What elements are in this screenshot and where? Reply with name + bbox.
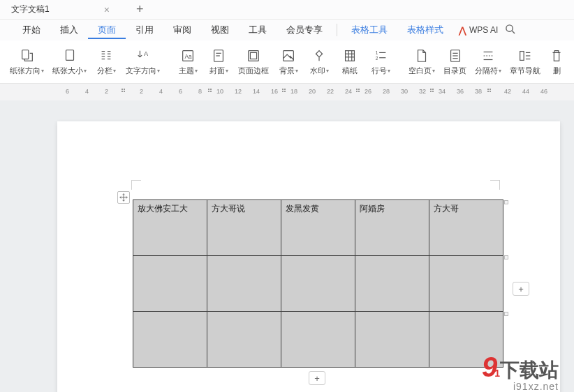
blank-page-icon <box>414 48 429 63</box>
draft-paper-icon <box>342 48 358 63</box>
document-canvas[interactable]: 放大佛安工大 方大哥说 发黑发黄 阿婚房 方大哥 <box>0 100 574 392</box>
draft-paper-button[interactable]: 稿纸 <box>336 47 364 77</box>
svg-line-1 <box>513 31 515 33</box>
ruler-marker-icon <box>356 89 362 94</box>
toolbar-group-design: Aa 主题▾ 封面▾ 页面边框 背景▾ 水印▾ 稿纸 12 行号▾ <box>170 47 399 77</box>
table-cell[interactable] <box>207 312 281 368</box>
table-row[interactable] <box>133 256 503 312</box>
svg-rect-19 <box>250 52 256 59</box>
table-resize-handle[interactable] <box>504 200 508 204</box>
wps-ai-icon: ⋀ <box>459 25 466 36</box>
table-cell[interactable] <box>281 312 355 368</box>
menu-member[interactable]: 会员专享 <box>277 21 332 39</box>
menu-start[interactable]: 开始 <box>13 21 50 39</box>
cover-button[interactable]: 封面▾ <box>205 47 233 77</box>
table-cell[interactable] <box>429 256 503 312</box>
add-row-button[interactable]: + <box>309 371 325 385</box>
text-direction-icon: A <box>135 48 151 63</box>
blank-page-button[interactable]: 空白页▾ <box>406 47 438 77</box>
document-tab[interactable]: 文字文稿1 × <box>3 1 118 18</box>
ruler-marker-icon <box>430 89 436 94</box>
svg-text:A: A <box>143 50 148 57</box>
text-direction-button[interactable]: A 文字方向▾ <box>123 47 163 77</box>
menu-insert[interactable]: 插入 <box>50 21 88 39</box>
tab-bar: 文字文稿1 × + <box>0 0 574 20</box>
background-icon <box>281 48 296 63</box>
table-cell[interactable] <box>133 256 207 312</box>
table-cell[interactable] <box>355 256 429 312</box>
table-resize-handle[interactable] <box>504 255 508 259</box>
menu-table-style[interactable]: 表格样式 <box>397 21 453 39</box>
cover-icon <box>211 48 226 63</box>
svg-text:1: 1 <box>376 50 378 55</box>
ruler[interactable]: 6 4 2 2 4 6 8 10 12 14 16 18 20 22 24 26… <box>57 86 574 98</box>
svg-rect-21 <box>346 50 355 61</box>
chapter-nav-button[interactable]: 章节导航 <box>507 47 543 77</box>
menu-reference[interactable]: 引用 <box>126 21 163 39</box>
add-column-button[interactable]: + <box>513 282 529 296</box>
table-cell[interactable]: 阿婚房 <box>355 200 429 256</box>
separator-icon <box>480 48 496 63</box>
toc-page-button[interactable]: 目录页 <box>441 47 469 77</box>
theme-button[interactable]: Aa 主题▾ <box>174 47 202 77</box>
table-cell[interactable] <box>281 256 355 312</box>
menu-tools[interactable]: 工具 <box>239 21 277 39</box>
background-button[interactable]: 背景▾ <box>274 47 302 77</box>
svg-rect-3 <box>66 50 73 60</box>
paper-orientation-button[interactable]: 纸张方向▾ <box>7 47 47 77</box>
watermark-button[interactable]: 水印▾ <box>305 47 333 77</box>
watermark-icon <box>311 48 327 63</box>
table-cell[interactable] <box>355 312 429 368</box>
close-tab-icon[interactable]: × <box>104 4 110 15</box>
watermark-url: i91xz.net <box>513 381 559 392</box>
table-move-handle[interactable] <box>117 191 130 204</box>
table-row[interactable]: 放大佛安工大 方大哥说 发黑发黄 阿婚房 方大哥 <box>133 200 503 256</box>
menu-table-tools[interactable]: 表格工具 <box>341 21 397 39</box>
table-cell[interactable]: 方大哥 <box>429 200 503 256</box>
separator-button[interactable]: 分隔符▾ <box>472 47 504 77</box>
wps-ai-label: WPS AI <box>469 25 498 35</box>
ruler-marker-icon <box>282 89 288 94</box>
theme-icon: Aa <box>180 48 196 63</box>
ruler-origin-icon <box>122 89 127 94</box>
page-border-button[interactable]: 页面边框 <box>235 47 272 77</box>
svg-point-0 <box>506 25 513 31</box>
table-cell[interactable]: 放大佛安工大 <box>133 200 207 256</box>
paper-size-button[interactable]: 纸张大小▾ <box>50 47 89 77</box>
svg-text:2: 2 <box>376 55 378 60</box>
page-border-icon <box>246 48 261 63</box>
ruler-marker-icon <box>208 89 214 94</box>
content-table[interactable]: 放大佛安工大 方大哥说 发黑发黄 阿婚房 方大哥 <box>133 199 503 368</box>
svg-text:Aa: Aa <box>184 53 192 59</box>
margin-corner-tr <box>490 180 500 190</box>
table-cell[interactable] <box>207 256 281 312</box>
toc-page-icon <box>448 48 463 63</box>
chapter-nav-icon <box>517 48 533 63</box>
menu-divider <box>337 24 337 36</box>
menu-page[interactable]: 页面 <box>88 21 126 39</box>
table-row[interactable] <box>133 312 503 368</box>
watermark: 9 1 下载站 i91xz.net <box>482 352 559 384</box>
ribbon-toolbar: 纸张方向▾ 纸张大小▾ 分栏▾ A 文字方向▾ Aa 主题▾ 封面▾ 页面边框 <box>0 40 574 84</box>
paper-size-icon <box>62 48 78 63</box>
ruler-marker-icon <box>487 89 493 94</box>
delete-icon <box>549 48 564 63</box>
toolbar-group-sections: 空白页▾ 目录页 分隔符▾ 章节导航 删 <box>402 47 571 77</box>
svg-rect-2 <box>22 50 28 59</box>
document-title: 文字文稿1 <box>11 3 50 15</box>
line-number-button[interactable]: 12 行号▾ <box>367 47 395 77</box>
svg-rect-37 <box>520 51 524 60</box>
table-cell[interactable]: 方大哥说 <box>207 200 281 256</box>
columns-button[interactable]: 分栏▾ <box>92 47 120 77</box>
delete-button[interactable]: 删 <box>546 47 567 77</box>
table-cell[interactable] <box>133 312 207 368</box>
menu-review[interactable]: 审阅 <box>163 21 201 39</box>
new-tab-button[interactable]: + <box>131 2 149 17</box>
menu-bar: 开始 插入 页面 引用 审阅 视图 工具 会员专享 表格工具 表格样式 ⋀ WP… <box>0 20 574 40</box>
line-number-icon: 12 <box>373 48 388 63</box>
search-icon[interactable] <box>505 24 515 36</box>
wps-ai-button[interactable]: ⋀ WPS AI <box>459 25 498 36</box>
table-resize-handle[interactable] <box>504 312 508 316</box>
table-cell[interactable]: 发黑发黄 <box>281 200 355 256</box>
menu-view[interactable]: 视图 <box>201 21 239 39</box>
